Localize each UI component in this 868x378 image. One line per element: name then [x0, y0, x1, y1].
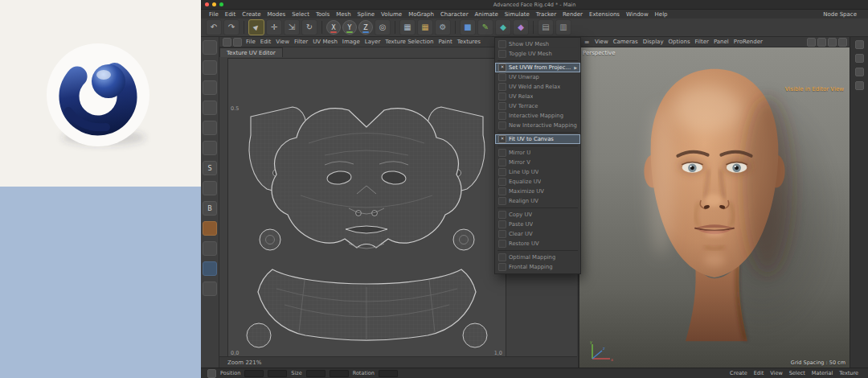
paint-brush-tool-icon[interactable]	[203, 121, 217, 135]
magnify-tool-icon[interactable]	[203, 80, 217, 95]
context-menu-item-clear-uv[interactable]: Clear UV	[495, 229, 580, 239]
dock-grip-icon[interactable]	[223, 38, 231, 47]
position-y-field[interactable]	[268, 370, 287, 377]
menu-create[interactable]: Create	[239, 11, 264, 18]
context-menu-item-fit-uv-to-canvas[interactable]: ✕Fit UV to Canvas	[495, 134, 580, 144]
context-menu-item-mirror-v[interactable]: Mirror V	[495, 158, 580, 167]
uv-menu-edit[interactable]: Edit	[258, 39, 274, 45]
transform-tool-icon[interactable]	[203, 60, 217, 75]
clone-stamp-tool-icon[interactable]	[203, 141, 217, 155]
pin-icon[interactable]	[855, 68, 864, 76]
bottom-menu-create[interactable]: Create	[727, 370, 751, 376]
node-space-selector[interactable]: Node Space	[823, 11, 863, 18]
menu-character[interactable]: Character	[437, 11, 472, 18]
context-menu-item-uv-weld-and-relax[interactable]: UV Weld and Relax	[495, 82, 580, 92]
coordinate-system-icon[interactable]: ◎	[375, 19, 391, 35]
bottom-menu-texture[interactable]: Texture	[836, 370, 862, 376]
context-menu-item-show-uv-mesh[interactable]: Show UV Mesh	[495, 39, 580, 49]
context-menu-item-restore-uv[interactable]: Restore UV	[495, 239, 580, 249]
size-x-field[interactable]	[306, 370, 326, 377]
context-menu-item-line-up-uv[interactable]: Line Up UV	[495, 167, 580, 177]
add-primitive-icon[interactable]: ■	[460, 19, 476, 35]
bottom-menu-material[interactable]: Material	[809, 370, 836, 376]
help-icon[interactable]	[855, 81, 864, 90]
bottom-menu-select[interactable]: Select	[786, 370, 809, 376]
layout-b-icon[interactable]: ▥	[555, 19, 571, 35]
smear-tool-icon[interactable]: S	[203, 161, 217, 175]
menu-modes[interactable]: Modes	[264, 11, 289, 18]
bottom-menu-edit[interactable]: Edit	[751, 370, 768, 376]
uv-menu-textures[interactable]: Textures	[455, 39, 483, 45]
uv-menu-texture-selection[interactable]: Texture Selection	[383, 39, 436, 45]
menu-file[interactable]: File	[206, 11, 222, 18]
rotation-field[interactable]	[379, 370, 398, 377]
context-menu-item-uv-terrace[interactable]: UV Terrace	[495, 101, 580, 111]
layers-icon[interactable]	[855, 54, 864, 63]
context-menu-item-interactive-mapping[interactable]: Interactive Mapping	[495, 111, 580, 121]
menu-spline[interactable]: Spline	[354, 11, 379, 18]
coordinates-icon[interactable]	[207, 369, 216, 378]
context-menu-item-set-uvw-from-projection[interactable]: ✕Set UVW from Projection▶	[495, 63, 580, 72]
scale-icon[interactable]: ⇲	[284, 19, 300, 35]
axis-y-button[interactable]: Y	[342, 20, 357, 35]
context-menu-item-frontal-mapping[interactable]: Frontal Mapping	[495, 262, 580, 272]
menu-volume[interactable]: Volume	[378, 11, 405, 18]
viewport-menu-icon[interactable]	[583, 38, 591, 46]
uv-edit-tool-icon[interactable]	[203, 101, 217, 115]
size-y-field[interactable]	[330, 370, 349, 377]
axis-x-button[interactable]: X	[326, 20, 341, 35]
render-settings-icon[interactable]: ⚙	[435, 19, 451, 35]
axis-z-button[interactable]: Z	[358, 20, 373, 35]
viewport-menu-panel[interactable]: Panel	[711, 39, 731, 45]
layout-a-icon[interactable]: ▤	[538, 19, 554, 35]
burn-tool-icon[interactable]: B	[203, 201, 217, 216]
menu-animate[interactable]: Animate	[472, 11, 502, 18]
menu-help[interactable]: Help	[652, 11, 671, 18]
uv-menu-paint[interactable]: Paint	[436, 39, 454, 45]
color-picker-tool-icon[interactable]	[203, 241, 217, 256]
move-icon[interactable]: ✛	[266, 19, 282, 35]
eraser-tool-icon[interactable]	[203, 181, 217, 195]
mask-tool-icon[interactable]	[203, 261, 217, 276]
context-menu-item-uv-unwrap[interactable]: UV Unwrap	[495, 72, 580, 82]
camera-icon[interactable]	[807, 38, 816, 47]
position-x-field[interactable]	[244, 370, 264, 377]
texture-uv-editor-tab[interactable]: Texture UV Editor	[219, 47, 283, 57]
render-picture-viewer-icon[interactable]: ▦	[417, 19, 433, 35]
viewport-menu-prorender[interactable]: ProRender	[731, 39, 765, 45]
context-menu-item-uv-relax[interactable]: UV Relax	[495, 92, 580, 101]
context-menu-item-maximize-uv[interactable]: Maximize UV	[495, 187, 580, 196]
uv-menu-layer[interactable]: Layer	[362, 39, 383, 45]
context-menu-item-copy-uv[interactable]: Copy UV	[495, 210, 580, 220]
context-menu-item-toggle-uv-mesh[interactable]: Toggle UV Mesh	[495, 49, 580, 59]
add-spline-icon[interactable]: ✎	[477, 19, 493, 35]
add-deformer-icon[interactable]: ◆	[513, 19, 529, 35]
menu-render[interactable]: Render	[559, 11, 586, 18]
menu-edit[interactable]: Edit	[222, 11, 240, 18]
viewport-menu-options[interactable]: Options	[666, 39, 693, 45]
menu-select[interactable]: Select	[289, 11, 313, 18]
uv-menu-view[interactable]: View	[273, 39, 292, 45]
viewport-menu-filter[interactable]: Filter	[693, 39, 711, 45]
menu-mograph[interactable]: MoGraph	[405, 11, 437, 18]
context-menu-item-new-interactive-mapping[interactable]: New Interactive Mapping	[495, 121, 580, 130]
render-view-icon[interactable]: ▦	[399, 19, 416, 35]
viewport-menu-view[interactable]: View	[592, 39, 611, 45]
grid-icon[interactable]	[817, 38, 826, 47]
titlebar[interactable]: Advanced Face Rig.c4d * - Main	[201, 0, 868, 10]
menu-tracker[interactable]: Tracker	[533, 11, 559, 18]
uv-menu-uv-mesh[interactable]: UV Mesh	[310, 39, 340, 45]
uv-canvas[interactable]: 0.5 0,0 1,0	[227, 58, 506, 359]
rotate-icon[interactable]: ↻	[301, 19, 317, 35]
fill-bucket-tool-icon[interactable]	[203, 221, 217, 236]
pointer-tool-icon[interactable]	[203, 40, 217, 55]
uv-menu-filter[interactable]: Filter	[292, 39, 310, 45]
undo-icon[interactable]: ↶	[206, 19, 222, 35]
context-menu-item-realign-uv[interactable]: Realign UV	[495, 196, 580, 206]
add-generator-icon[interactable]: ◆	[495, 19, 511, 35]
menu-mesh[interactable]: Mesh	[333, 11, 354, 18]
gear-icon[interactable]	[855, 40, 864, 49]
menu-window[interactable]: Window	[623, 11, 652, 18]
live-selection-icon[interactable]: ▶	[248, 19, 264, 35]
maximize-icon[interactable]	[838, 38, 847, 47]
